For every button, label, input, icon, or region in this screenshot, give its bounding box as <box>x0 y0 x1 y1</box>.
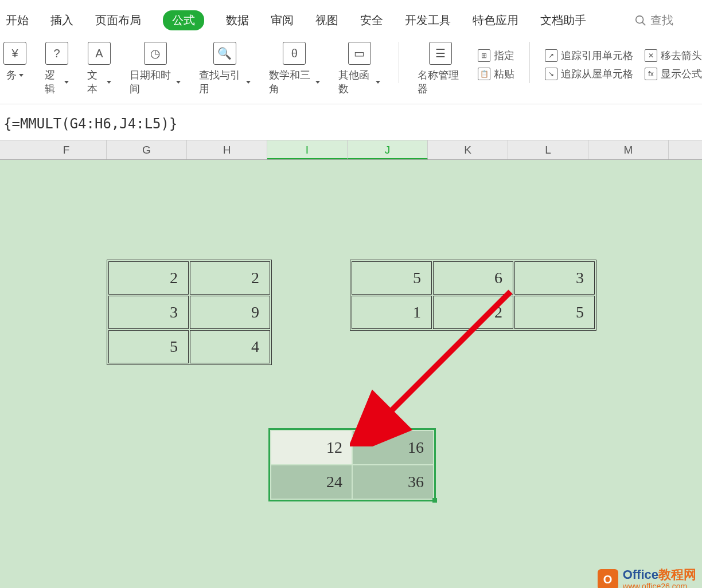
finance-button[interactable]: ¥ 务 <box>0 42 30 82</box>
menu-layout[interactable]: 页面布局 <box>95 13 141 28</box>
ribbon: ¥ 务 ? 逻辑 A 文本 ◷ 日期和时间 🔍 查找与引用 θ 数学和三角 ▭ … <box>0 36 702 104</box>
col-head-L[interactable]: L <box>508 140 588 159</box>
cell[interactable]: 3 <box>514 261 595 295</box>
cell[interactable]: 5 <box>108 330 189 363</box>
math-button[interactable]: θ 数学和三角 <box>266 42 323 96</box>
remove-arrow-icon: ✕ <box>645 49 657 62</box>
menu-start[interactable]: 开始 <box>6 13 29 28</box>
paste-button[interactable]: 📋 粘贴 <box>478 67 514 81</box>
logic-button[interactable]: ? 逻辑 <box>41 42 72 96</box>
cell[interactable]: 3 <box>108 296 189 329</box>
formula-bar[interactable]: {=MMULT(G4:H6,J4:L5)} <box>0 104 702 140</box>
cell[interactable]: 1 <box>352 296 432 329</box>
menu-security[interactable]: 安全 <box>360 13 383 28</box>
svg-point-0 <box>636 15 644 23</box>
menu-special[interactable]: 特色应用 <box>473 13 518 28</box>
watermark-url: www.office26.com <box>623 582 696 588</box>
cell[interactable]: 9 <box>190 296 270 329</box>
menu-review[interactable]: 审阅 <box>271 13 294 28</box>
menu-docassist[interactable]: 文档助手 <box>540 13 586 28</box>
cell[interactable]: 2 <box>108 261 189 295</box>
matrix-b: 5 6 3 1 2 5 <box>350 260 596 331</box>
math-icon: θ <box>283 42 306 65</box>
matrix-a: 2 2 3 9 5 4 <box>107 260 272 365</box>
trace-down-icon: ↘ <box>545 68 557 80</box>
trace-up-icon: ↗ <box>545 49 557 62</box>
clock-icon: ◷ <box>144 42 167 65</box>
menu-insert[interactable]: 插入 <box>50 13 73 28</box>
show-formula-button[interactable]: fx 显示公式 <box>645 67 702 81</box>
trace-precedents-button[interactable]: ↗ 追踪引用单元格 <box>545 49 633 62</box>
col-head-I[interactable]: I <box>267 140 348 159</box>
cell-active[interactable]: 12 <box>271 431 352 464</box>
other-func-button[interactable]: ▭ 其他函数 <box>335 42 384 96</box>
grid-icon: ⊞ <box>478 49 490 62</box>
col-head-M[interactable]: M <box>588 140 669 159</box>
menu-data[interactable]: 数据 <box>226 13 249 28</box>
spreadsheet-area[interactable]: 2 2 3 9 5 4 5 6 3 1 2 5 12 16 <box>0 160 702 588</box>
cell[interactable]: 36 <box>353 465 433 499</box>
name-manager-icon: ☰ <box>429 42 452 65</box>
menu-formula[interactable]: 公式 <box>163 10 204 30</box>
col-head-F[interactable]: F <box>26 140 107 159</box>
cell[interactable]: 2 <box>433 296 513 329</box>
cell[interactable]: 5 <box>352 261 432 295</box>
col-head-H[interactable]: H <box>187 140 267 159</box>
finance-icon: ¥ <box>3 42 26 65</box>
lookup-icon: 🔍 <box>213 42 236 65</box>
trace-dependents-button[interactable]: ↘ 追踪从屋单元格 <box>545 67 633 81</box>
assign-button[interactable]: ⊞ 指定 <box>478 49 514 62</box>
col-head-J[interactable]: J <box>348 140 428 159</box>
menu-bar: 开始 插入 页面布局 公式 数据 审阅 视图 安全 开发工具 特色应用 文档助手… <box>0 0 702 36</box>
watermark: O Office教程网 www.office26.com <box>598 568 696 588</box>
formula-fx-icon: fx <box>645 68 657 80</box>
fill-handle[interactable] <box>432 498 437 503</box>
cell[interactable]: 24 <box>271 465 352 499</box>
col-head-K[interactable]: K <box>428 140 508 159</box>
menu-view[interactable]: 视图 <box>315 13 338 28</box>
cell[interactable]: 6 <box>433 261 513 295</box>
cell[interactable]: 5 <box>514 296 595 329</box>
result-selection[interactable]: 12 16 24 36 <box>268 428 436 501</box>
remove-arrows-button[interactable]: ✕ 移去箭头 <box>645 49 702 62</box>
search-icon <box>634 14 647 27</box>
text-icon: A <box>88 42 111 65</box>
text-button[interactable]: A 文本 <box>84 42 115 96</box>
book-icon: ▭ <box>348 42 371 65</box>
cell[interactable]: 16 <box>353 431 433 464</box>
lookup-button[interactable]: 🔍 查找与引用 <box>196 42 253 96</box>
watermark-title: Office教程网 <box>623 568 696 582</box>
col-head-G[interactable]: G <box>107 140 187 159</box>
cell[interactable]: 2 <box>190 261 270 295</box>
svg-line-1 <box>642 22 646 25</box>
name-manager-button[interactable]: ☰ 名称管理器 <box>414 42 466 96</box>
datetime-button[interactable]: ◷ 日期和时间 <box>126 42 184 96</box>
menu-search[interactable]: 查找 <box>634 13 673 28</box>
menu-devtools[interactable]: 开发工具 <box>405 13 451 28</box>
paste-icon: 📋 <box>478 68 490 80</box>
column-headers: F G H I J K L M <box>0 140 702 160</box>
watermark-icon: O <box>598 569 618 588</box>
cell[interactable]: 4 <box>190 330 270 363</box>
logic-icon: ? <box>45 42 68 65</box>
